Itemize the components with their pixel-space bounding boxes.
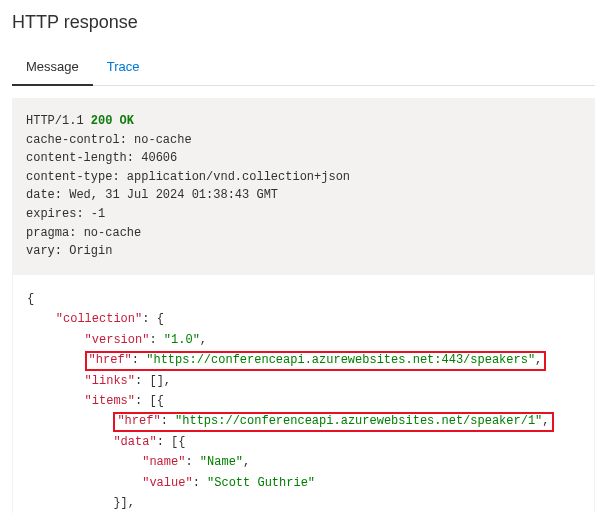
header-content-length-value: 40606 <box>141 151 177 165</box>
json-val-value: "Scott Guthrie" <box>207 476 315 490</box>
page-title: HTTP response <box>12 12 595 33</box>
status-code: 200 OK <box>91 114 134 128</box>
header-cache-control-value: no-cache <box>134 133 192 147</box>
response-body: { "collection": { "version": "1.0", "hre… <box>12 275 595 513</box>
json-key-collection: "collection" <box>56 312 142 326</box>
header-vary-label: vary <box>26 244 55 258</box>
header-vary-value: Origin <box>69 244 112 258</box>
response-headers: HTTP/1.1 200 OK cache-control: no-cache … <box>12 98 595 275</box>
tab-message[interactable]: Message <box>12 51 93 86</box>
protocol-text: HTTP/1.1 <box>26 114 84 128</box>
json-key-data: "data" <box>113 435 156 449</box>
json-key-items: "items" <box>85 394 135 408</box>
tab-bar: Message Trace <box>12 51 595 86</box>
header-content-type-label: content-type <box>26 170 112 184</box>
header-content-length-label: content-length <box>26 151 127 165</box>
highlight-item-href: "href": "https://conferenceapi.azurewebs… <box>113 412 553 432</box>
json-key-item-href: "href" <box>117 414 160 428</box>
header-content-type-value: application/vnd.collection+json <box>127 170 350 184</box>
tab-trace[interactable]: Trace <box>93 51 154 86</box>
json-val-version: "1.0" <box>164 333 200 347</box>
json-val-name: "Name" <box>200 455 243 469</box>
json-key-href: "href" <box>89 353 132 367</box>
json-val-item-href: "https://conferenceapi.azurewebsites.net… <box>175 414 542 428</box>
highlight-collection-href: "href": "https://conferenceapi.azurewebs… <box>85 351 547 371</box>
header-pragma-label: pragma <box>26 226 69 240</box>
header-cache-control-label: cache-control <box>26 133 120 147</box>
json-key-links: "links" <box>85 374 135 388</box>
json-key-value: "value" <box>142 476 192 490</box>
header-date-label: date <box>26 188 55 202</box>
header-pragma-value: no-cache <box>84 226 142 240</box>
json-val-collection-href: "https://conferenceapi.azurewebsites.net… <box>146 353 535 367</box>
json-key-name: "name" <box>142 455 185 469</box>
header-expires-value: -1 <box>91 207 105 221</box>
header-expires-label: expires <box>26 207 76 221</box>
json-key-version: "version" <box>85 333 150 347</box>
header-date-value: Wed, 31 Jul 2024 01:38:43 GMT <box>69 188 278 202</box>
